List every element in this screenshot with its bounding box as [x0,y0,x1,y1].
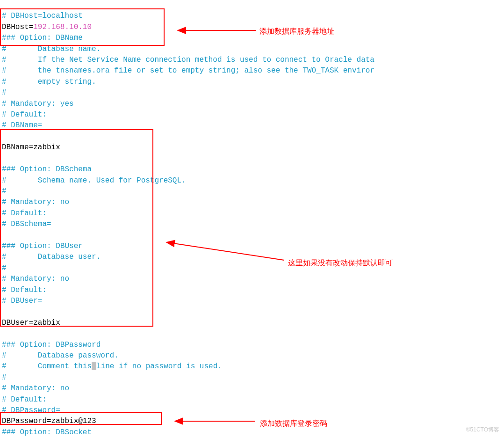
code-line: # DBSchema= [2,220,51,228]
code-line: # Mandatory: no [2,384,69,393]
dbhost-value: 192.168.10.10 [33,23,92,31]
watermark-text: ©51CTO博客 [466,424,499,435]
code-line: # Database name. [2,45,101,53]
dbhost-key: DBHost= [2,23,33,31]
code-line: # the tnsnames.ora file or set to empty … [2,66,374,75]
code-line: # empty string. [2,78,96,86]
code-line: # DBUser= [2,297,42,305]
code-line: # [2,187,7,196]
code-line: # If the Net Service Name connection met… [2,56,374,64]
code-line: # DBHost=localhost [2,12,83,20]
code-line: # Default: [2,209,47,218]
config-file-content: # DBHost=localhost DBHost=192.168.10.10 … [0,0,504,438]
code-line: # [2,264,7,272]
code-line: # [2,88,7,97]
code-line: line if no password is used. [96,362,222,371]
code-line: # Mandatory: no [2,275,69,283]
code-line: # Mandatory: no [2,198,69,206]
code-line: # DBPassword= [2,406,60,415]
code-line: ### Option: DBSocket [2,428,92,437]
code-line: # Comment this [2,362,92,371]
code-line: ### Option: DBUser [2,242,83,250]
code-line: # Mandatory: yes [2,100,74,108]
code-line: ### Option: DBSchema [2,165,92,174]
code-line: # Database user. [2,253,101,261]
annotation-dbhost: 添加数据库服务器地址 [259,26,334,36]
code-line: # Default: [2,395,47,404]
code-line: # Default: [2,286,47,294]
code-line: ### Option: DBName [2,34,83,42]
annotation-password: 添加数据库登录密码 [260,418,327,429]
code-line: # [2,373,7,382]
code-line: # Default: [2,110,47,119]
cursor-icon [92,362,96,370]
dbpassword-line: DBPassword=zabbix@123 [2,417,96,425]
code-line: # DBName= [2,121,42,130]
dbuser-line: DBUser=zabbix [2,319,60,327]
code-line: ### Option: DBPassword [2,341,101,349]
code-line: # Schema name. Used for PostgreSQL. [2,176,186,185]
code-line: # Database password. [2,351,119,360]
annotation-default: 这里如果没有改动保持默认即可 [288,257,393,268]
dbname-line: DBName=zabbix [2,143,60,152]
